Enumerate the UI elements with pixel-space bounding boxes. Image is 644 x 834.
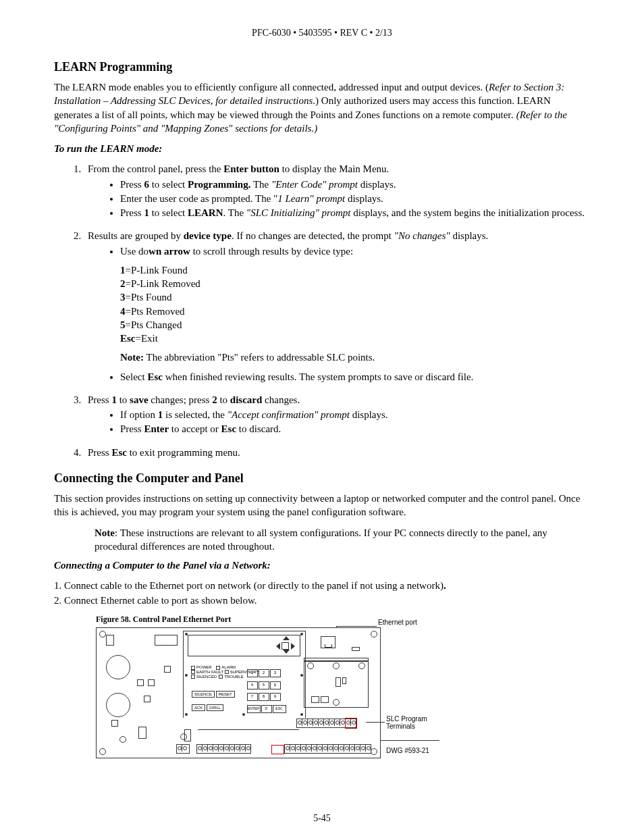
t: The abbreviation "Pts" refers to address… <box>144 352 375 363</box>
connect-intro: This section provides instructions on se… <box>54 492 590 519</box>
led-trouble: TROUBLE <box>224 675 243 679</box>
t: changes; press <box>149 394 213 405</box>
component <box>336 677 341 687</box>
component <box>138 727 146 739</box>
divider-line <box>380 740 439 741</box>
t: Press <box>88 447 111 458</box>
step2-bullets: Use down arrow to scroll through results… <box>88 244 590 258</box>
t: to accept or <box>169 423 221 434</box>
btn-reset: RESET <box>216 691 235 698</box>
key-3: 3 <box>270 669 281 677</box>
step1-bullets: Press 6 to select Programming. The "Ente… <box>88 178 590 220</box>
t: discard <box>230 394 263 405</box>
t: "SLC Initializing" prompt <box>246 207 351 218</box>
t: Press <box>120 207 144 218</box>
t: to discard. <box>236 423 281 434</box>
page-number: 5-45 <box>54 812 590 825</box>
t: Results are grouped by <box>88 230 184 241</box>
t: 2 <box>212 394 217 405</box>
key-0: 0 <box>261 705 272 713</box>
step2-bullets-2: Select Esc when finished reviewing resul… <box>88 370 590 384</box>
callout-dwg: DWG #593-21 <box>386 746 429 756</box>
learn-steps: From the control panel, press the Enter … <box>54 162 590 459</box>
arrow-left-icon <box>276 643 280 650</box>
terminal-strip <box>284 744 371 754</box>
screw-icon <box>358 662 365 669</box>
arrow-right-icon <box>291 643 295 650</box>
result-code-row: 2=P-Link Removed <box>120 277 590 290</box>
keypad: 123 456 789 ENTER0ESC <box>246 666 286 713</box>
t: Programming. <box>188 179 250 190</box>
net-step-1: 1. Connect cable to the Ethernet port on… <box>54 579 590 592</box>
t: "Accept confirmation" prompt <box>227 409 350 420</box>
arrow-down-icon <box>283 650 290 654</box>
figure-58: Ethernet port <box>96 627 454 758</box>
ethernet-port-icon <box>321 636 336 648</box>
component <box>106 635 114 646</box>
key-enter: ENTER <box>247 705 261 713</box>
screw-icon <box>371 631 377 637</box>
t: to <box>117 394 130 405</box>
screw-icon <box>333 699 340 706</box>
t: to select <box>149 207 188 218</box>
callout-ethernet: Ethernet port <box>378 618 417 627</box>
key-1: 1 <box>247 669 258 677</box>
subhead-run-learn: To run the LEARN mode: <box>54 142 590 155</box>
subhead-network: Connecting a Computer to the Panel via a… <box>54 558 590 572</box>
t: Enter the user code as prompted. The " <box>120 193 277 204</box>
t: : These instructions are relevant to all… <box>95 527 547 552</box>
key-8: 8 <box>259 693 269 701</box>
t: Esc <box>221 423 237 434</box>
terminal-strip <box>196 744 251 754</box>
t: Esc <box>111 447 127 458</box>
t: SLC Program <box>386 715 427 723</box>
t: Enter <box>144 423 169 434</box>
t: Press <box>88 394 111 405</box>
t: Use do <box>120 246 149 257</box>
btn-silence: SILENCE <box>192 691 215 698</box>
terminal-strip-small <box>176 744 190 754</box>
t: . If no changes are detected, the prompt <box>232 230 394 241</box>
t: 1. Connect cable to the Ethernet port on… <box>54 580 444 591</box>
result-code-row: 3=Pts Found <box>120 290 590 304</box>
result-codes: 1=P-Link Found2=P-Link Removed3=Pts Foun… <box>120 263 590 346</box>
t: Press <box>120 423 144 434</box>
result-code-row: 1=P-Link Found <box>120 263 590 277</box>
screw-icon <box>307 662 314 669</box>
t: to <box>217 394 230 405</box>
heading-learn: LEARN Programming <box>54 59 590 75</box>
t: save <box>130 394 149 405</box>
component <box>144 696 151 702</box>
step-1: From the control panel, press the Enter … <box>84 162 590 219</box>
list-item: Enter the user code as prompted. The "1 … <box>120 192 590 205</box>
key-5: 5 <box>259 681 269 689</box>
component <box>111 720 118 727</box>
t: when finished reviewing results. The sys… <box>163 371 473 382</box>
component <box>164 666 171 673</box>
screw-icon <box>119 736 126 743</box>
key-6: 6 <box>270 681 281 689</box>
t: Select <box>120 371 147 382</box>
t: The <box>250 179 271 190</box>
led-silenced: SILENCED <box>196 675 217 679</box>
t: to scroll through results by device type… <box>190 246 353 257</box>
list-item: Select Esc when finished reviewing resul… <box>120 370 590 384</box>
highlight-red <box>271 745 284 754</box>
t: Esc <box>147 371 163 382</box>
screw-icon <box>99 631 106 637</box>
component <box>311 696 319 703</box>
t: "Enter Code" prompt <box>271 179 358 190</box>
t: 6 <box>144 179 149 190</box>
btn-ack: ACK <box>192 704 205 711</box>
callout-line <box>336 626 377 627</box>
t: Terminals <box>386 723 427 730</box>
t: Enter button <box>223 163 279 174</box>
step-3: Press 1 to save changes; press 2 to disc… <box>84 393 590 436</box>
component <box>106 655 130 679</box>
component <box>155 635 178 646</box>
doc-header: PFC-6030 • 5403595 • REV C • 2/13 <box>54 27 590 40</box>
t: changes. <box>262 394 300 405</box>
net-step-2: 2. Connect Ethernet cable to port as sho… <box>54 594 590 607</box>
list-item: Press 6 to select Programming. The "Ente… <box>120 178 590 191</box>
note-config: Note: These instructions are relevant to… <box>95 526 590 554</box>
